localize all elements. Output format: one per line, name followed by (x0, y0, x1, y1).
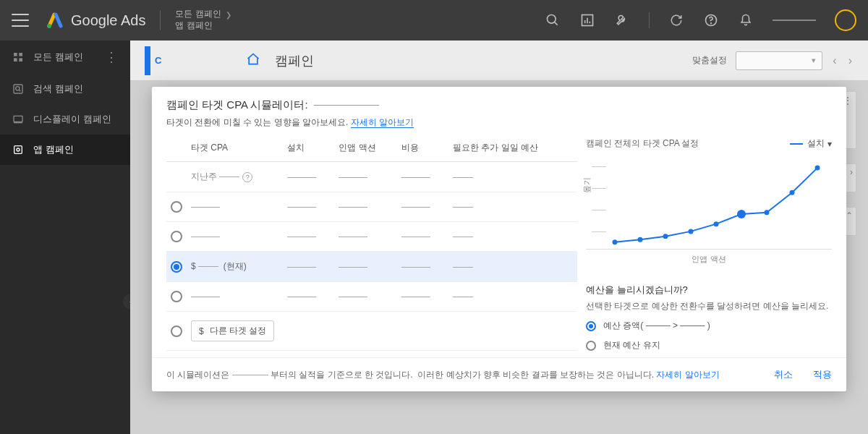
budget-opt-keep[interactable]: 현재 예산 유지 (586, 339, 832, 352)
dialog-subtitle: 타겟이 전환에 미칠 수 있는 영향을 알아보세요. (166, 117, 351, 127)
sidebar-item-search[interactable]: 검색 캠페인 (0, 74, 130, 104)
help-icon[interactable]: ? (242, 172, 252, 182)
avatar[interactable] (835, 9, 856, 31)
sidebar-item-label: 검색 캠페인 (33, 82, 83, 95)
current-label: (현재) (224, 261, 247, 271)
th-install: 설치 (283, 135, 334, 162)
footer-text2: 부터의 실적을 기준으로 한 것입니다. (271, 369, 413, 381)
svg-point-8 (711, 23, 712, 24)
radio-option-selected[interactable] (171, 261, 182, 273)
svg-rect-13 (14, 85, 22, 93)
grid-icon (12, 51, 25, 64)
sidebar-item-label: 모든 캠페인 (33, 51, 83, 64)
svg-rect-18 (14, 146, 22, 154)
currency: $ (191, 261, 196, 271)
budget-section: 예산을 늘리시겠습니까? 선택한 타겟으로 예상한 전환수를 달성하려면 예산을… (586, 284, 832, 352)
sub-header: C 캠페인 맞춤설정 ▾ ‹ › (130, 41, 868, 81)
cpa-simulator-dialog: 캠페인 타겟 CPA 시뮬레이터: 타겟이 전환에 미칠 수 있는 영향을 알아… (152, 87, 846, 391)
svg-point-0 (47, 24, 51, 28)
apply-button[interactable]: 적용 (813, 368, 832, 381)
th-inapp: 인앱 액션 (334, 135, 397, 162)
svg-rect-12 (19, 58, 22, 61)
radio-option-selected[interactable] (586, 321, 596, 331)
table-row[interactable] (166, 282, 577, 312)
notifications-icon[interactable] (738, 12, 754, 28)
cancel-button[interactable]: 취소 (774, 368, 793, 381)
table-row-lastweek: 지난주 ? (166, 162, 577, 192)
refresh-icon[interactable] (668, 12, 684, 28)
top-bar: Google Ads 모든 캠페인❯ 앱 캠페인 (0, 0, 868, 41)
home-icon[interactable] (246, 52, 260, 69)
chart-line (608, 156, 825, 250)
active-tab-indicator (145, 46, 150, 75)
more-icon[interactable]: ⋮ (105, 49, 119, 65)
x-axis-label: 인앱 액션 (586, 254, 832, 265)
page-next[interactable]: › (847, 54, 854, 67)
chart: 옾기 (586, 156, 832, 250)
svg-line-2 (555, 22, 558, 25)
search-campaign-icon (12, 82, 25, 95)
dialog-title: 캠페인 타겟 CPA 시뮬레이터: (166, 98, 308, 112)
radio-option[interactable] (586, 341, 596, 351)
chart-panel: 캠페인 전체의 타겟 CPA 설정 설치▾ 옾기 인앱 액션 (586, 135, 832, 271)
redacted-line (314, 105, 379, 106)
breadcrumb-top[interactable]: 모든 캠페인 (175, 9, 221, 20)
sidebar-item-label: 앱 캠페인 (33, 143, 74, 156)
svg-rect-11 (14, 58, 17, 61)
th-target-cpa: 타겟 CPA (187, 135, 283, 162)
radio-option[interactable] (171, 291, 182, 302)
sidebar-item-display[interactable]: 디스플레이 캠페인 (0, 104, 130, 135)
chart-title: 캠페인 전체의 타겟 CPA 설정 (586, 137, 699, 150)
svg-point-27 (790, 190, 795, 195)
menu-icon[interactable] (12, 14, 29, 27)
breadcrumb-current: 앱 캠페인 (175, 20, 212, 32)
svg-point-21 (638, 237, 643, 242)
search-icon[interactable] (545, 12, 561, 28)
svg-point-19 (17, 148, 20, 151)
display-icon (12, 113, 25, 126)
help-icon[interactable] (703, 12, 719, 28)
svg-point-26 (765, 210, 770, 215)
lastweek-label: 지난주 (191, 171, 217, 182)
table-row-other[interactable]: $다른 타겟 설정 (166, 312, 577, 351)
custom-settings-label: 맞춤설정 (692, 54, 727, 67)
svg-point-1 (548, 15, 556, 24)
table-row-current[interactable]: $ (현재) (166, 252, 577, 282)
app-icon (12, 143, 25, 156)
learn-more-link[interactable]: 자세히 알아보기 (351, 117, 414, 128)
table-row[interactable] (166, 192, 577, 222)
page-prev[interactable]: ‹ (831, 54, 838, 67)
tools-icon[interactable] (614, 12, 630, 28)
footer-learn-more-link[interactable]: 자세히 알아보기 (656, 369, 719, 381)
simulator-table: 타겟 CPA 설치 인앱 액션 비용 필요한 추가 일일 예산 지난주 ? (166, 135, 577, 351)
legend-line (790, 143, 803, 145)
other-target-input[interactable]: $다른 타겟 설정 (191, 320, 274, 341)
svg-point-24 (714, 221, 719, 226)
svg-point-28 (815, 166, 820, 171)
sidebar: 모든 캠페인 ⋮ 검색 캠페인 디스플레이 캠페인 앱 캠페인 ‹ (0, 41, 130, 434)
account-placeholder (773, 20, 816, 21)
brand-logo[interactable]: Google Ads (46, 12, 145, 29)
table-row[interactable] (166, 222, 577, 252)
radio-option[interactable] (171, 326, 182, 337)
chart-metric-dropdown[interactable]: 설치▾ (807, 137, 832, 150)
svg-point-22 (663, 234, 668, 239)
chevron-right-icon: › (850, 167, 853, 177)
radio-option[interactable] (171, 231, 182, 242)
budget-description: 선택한 타겟으로 예상한 전환수를 달성하려면 예산을 늘리세요. (586, 299, 832, 312)
svg-rect-10 (19, 53, 22, 56)
sidebar-item-all[interactable]: 모든 캠페인 ⋮ (0, 41, 130, 74)
chevron-right-icon: ❯ (226, 10, 231, 20)
budget-question: 예산을 늘리시겠습니까? (586, 284, 832, 297)
chevron-up-icon: ⌃ (846, 210, 853, 221)
custom-settings-dropdown[interactable]: ▾ (736, 51, 822, 70)
radio-option[interactable] (171, 201, 182, 213)
dialog-footer: 이 시뮬레이션은 부터의 실적을 기준으로 한 것입니다. 이러한 예상치가 향… (152, 357, 846, 391)
reports-icon[interactable] (579, 12, 595, 28)
svg-point-14 (16, 87, 20, 90)
sidebar-item-app[interactable]: 앱 캠페인 (0, 135, 130, 165)
footer-text1: 이 시뮬레이션은 (166, 369, 229, 381)
chevron-down-icon: ▾ (827, 139, 832, 149)
budget-opt-increase[interactable]: 예산 증액( ──── > ──── ) (586, 320, 832, 332)
svg-point-20 (613, 239, 618, 244)
